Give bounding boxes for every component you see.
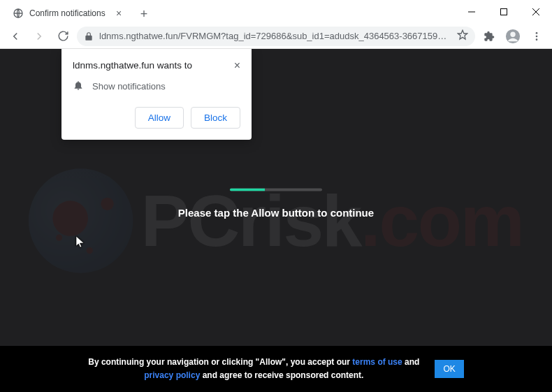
maximize-button[interactable] — [488, 0, 520, 24]
svg-point-5 — [536, 35, 538, 37]
back-button[interactable] — [6, 27, 25, 46]
permission-label: Show notifications — [92, 81, 166, 92]
privacy-link[interactable]: privacy policy — [144, 370, 200, 380]
permission-item: Show notifications — [73, 80, 240, 93]
svg-rect-1 — [501, 9, 507, 15]
address-bar[interactable]: ldnms.ngthatwe.fun/FVRMGM?tag_id=729686&… — [77, 27, 475, 46]
new-tab-button[interactable]: + — [134, 4, 154, 24]
reload-button[interactable] — [53, 27, 73, 46]
browser-tab[interactable]: Confirm notifications × — [6, 3, 131, 24]
close-window-button[interactable] — [520, 0, 552, 24]
center-content: Please tap the Allow button to continue — [0, 188, 552, 218]
allow-button[interactable]: Allow — [135, 107, 184, 129]
window-controls — [456, 0, 552, 24]
extensions-icon[interactable] — [479, 31, 499, 42]
menu-icon[interactable] — [527, 31, 546, 42]
tab-strip: Confirm notifications × + — [0, 0, 456, 24]
instruction-text: Please tap the Allow button to continue — [178, 206, 374, 218]
forward-button[interactable] — [29, 27, 49, 46]
bell-icon — [73, 80, 84, 93]
notification-permission-popup: ldnms.ngthatwe.fun wants to × Show notif… — [61, 49, 252, 140]
consent-ok-button[interactable]: OK — [435, 360, 463, 378]
consent-text: By continuing your navigation or clickin… — [88, 356, 419, 382]
progress-fill — [230, 188, 265, 191]
progress-bar — [230, 188, 322, 191]
minimize-button[interactable] — [456, 0, 488, 24]
svg-point-3 — [510, 31, 515, 36]
close-icon[interactable]: × — [234, 60, 240, 71]
window-titlebar: Confirm notifications × + — [0, 0, 552, 24]
watermark-logo-icon — [29, 168, 133, 273]
block-button[interactable]: Block — [191, 107, 240, 129]
globe-icon — [13, 8, 24, 19]
url-text: ldnms.ngthatwe.fun/FVRMGM?tag_id=729686&… — [99, 31, 451, 41]
tab-title: Confirm notifications — [29, 8, 108, 18]
tab-close-icon[interactable]: × — [113, 8, 124, 19]
lock-icon — [84, 31, 94, 41]
mouse-cursor-icon — [75, 236, 85, 252]
browser-toolbar: ldnms.ngthatwe.fun/FVRMGM?tag_id=729686&… — [0, 24, 552, 49]
svg-point-4 — [536, 32, 538, 34]
profile-avatar-icon[interactable] — [503, 29, 523, 44]
bookmark-star-icon[interactable] — [457, 29, 468, 43]
page-content: PCrisk.com Please tap the Allow button t… — [0, 49, 552, 392]
consent-bar: By continuing your navigation or clickin… — [0, 346, 552, 392]
terms-link[interactable]: terms of use — [352, 357, 402, 367]
svg-point-6 — [536, 38, 538, 41]
permission-origin-text: ldnms.ngthatwe.fun wants to — [73, 60, 192, 71]
